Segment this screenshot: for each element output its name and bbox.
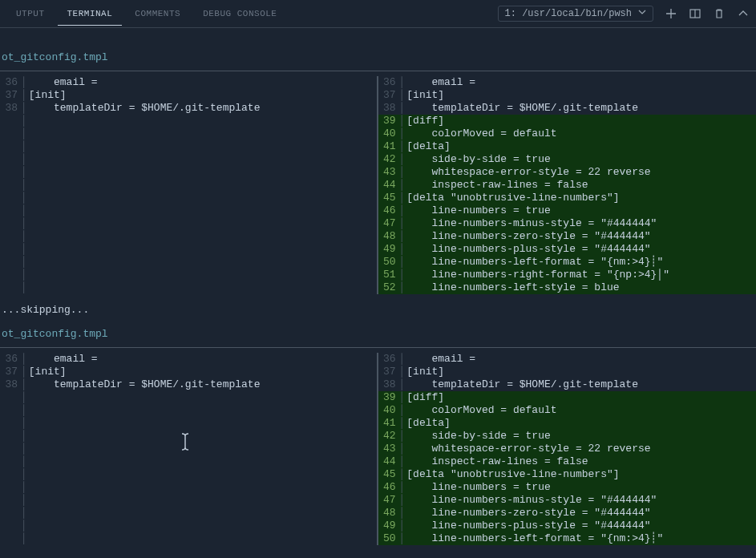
code-line: 40│ colorMoved = default: [378, 127, 757, 140]
gutter-separator: │: [399, 353, 407, 366]
terminal-selector-dropdown[interactable]: 1: /usr/local/bin/pwsh: [498, 6, 653, 22]
line-number: 49: [378, 520, 399, 532]
gutter-separator: │: [399, 204, 407, 217]
code-text: [delta "unobtrusive-line-numbers"]: [406, 192, 756, 204]
gutter-separator: │: [399, 481, 407, 494]
code-text: line-numbers-minus-style = "#444444": [406, 217, 756, 230]
gutter-separator: │: [399, 520, 407, 532]
code-text: whitespace-error-style = 22 reverse: [406, 443, 756, 455]
gutter-separator: │: [399, 256, 407, 269]
diff-pane-left: 36│ email =37│[init]38│ templateDir = $H…: [0, 353, 378, 545]
gutter-separator: │: [399, 230, 407, 243]
code-text: line-numbers-zero-style = "#444444": [406, 230, 756, 243]
panel-tabs-right: 1: /usr/local/bin/pwsh: [498, 6, 750, 22]
new-terminal-button[interactable]: [665, 7, 677, 20]
gutter-separator: │: [399, 217, 407, 230]
empty-line: │: [0, 481, 377, 494]
divider: [0, 71, 756, 71]
gutter-separator: │: [399, 281, 407, 294]
line-number: 36: [0, 76, 21, 89]
maximize-panel-button[interactable]: [737, 7, 750, 20]
tab-output[interactable]: UTPUT: [6, 2, 55, 26]
gutter-separator: │: [399, 166, 407, 179]
terminal-selector-label: 1: /usr/local/bin/pwsh: [505, 8, 632, 19]
code-line: 36│ email =: [378, 353, 757, 366]
code-line: 40│ colorMoved = default: [378, 404, 757, 417]
code-text: whitespace-error-style = 22 reverse: [406, 166, 756, 179]
code-text: email =: [29, 353, 377, 366]
tab-debug-console[interactable]: DEBUG CONSOLE: [193, 2, 286, 26]
line-number: 36: [378, 353, 399, 366]
empty-line: │: [0, 417, 377, 430]
empty-line: │: [0, 391, 377, 404]
tab-terminal[interactable]: TERMINAL: [58, 2, 123, 26]
split-terminal-button[interactable]: [689, 7, 701, 20]
code-text: [diff]: [406, 115, 756, 127]
line-number: 50: [378, 532, 399, 545]
diff-pane-right: 36│ email =37│[init]38│ templateDir = $H…: [378, 76, 757, 294]
empty-line: │: [0, 520, 377, 532]
gutter-separator: │: [21, 76, 29, 89]
gutter-separator: │: [21, 353, 29, 366]
code-line: 48│ line-numbers-zero-style = "#444444": [378, 230, 757, 243]
gutter-separator: │: [21, 89, 29, 102]
code-text: [init]: [29, 89, 377, 102]
empty-line: │: [0, 256, 377, 269]
code-line: 47│ line-numbers-minus-style = "#444444": [378, 494, 757, 507]
gutter-separator: │: [399, 455, 407, 468]
code-line: 36│ email =: [0, 76, 377, 89]
code-line: 45│[delta "unobtrusive-line-numbers"]: [378, 468, 757, 481]
gutter-separator: │: [399, 468, 407, 481]
code-line: 36│ email =: [378, 76, 757, 89]
gutter-separator: │: [399, 115, 407, 127]
terminal-output[interactable]: ot_gitconfig.tmpl 36│ email =37│[init]38…: [0, 28, 756, 545]
gutter-separator: │: [399, 243, 407, 256]
code-text: inspect-raw-lines = false: [406, 179, 756, 192]
code-text: line-numbers = true: [406, 204, 756, 217]
line-number: 39: [378, 391, 399, 404]
pager-skipping-text: ...skipping...: [0, 294, 756, 326]
line-number: 42: [378, 153, 399, 166]
code-line: 37│[init]: [378, 89, 757, 102]
line-number: 43: [378, 443, 399, 455]
code-text: [diff]: [406, 391, 756, 404]
diff-file-header: ot_gitconfig.tmpl: [0, 49, 756, 66]
empty-line: │: [0, 507, 377, 520]
empty-line: │: [0, 281, 377, 294]
line-number: 44: [378, 179, 399, 192]
code-line: 49│ line-numbers-plus-style = "#444444": [378, 520, 757, 532]
line-number: 40: [378, 127, 399, 140]
line-number: 46: [378, 481, 399, 494]
kill-terminal-button[interactable]: [713, 7, 726, 20]
line-number: 49: [378, 243, 399, 256]
line-number: 48: [378, 507, 399, 520]
line-number: 47: [378, 494, 399, 507]
code-text: [delta "unobtrusive-line-numbers"]: [406, 468, 756, 481]
empty-line: │: [0, 115, 377, 127]
code-text: templateDir = $HOME/.git-template: [406, 378, 756, 391]
empty-line: │: [0, 140, 377, 153]
gutter-separator: │: [399, 404, 407, 417]
gutter-separator: │: [399, 153, 407, 166]
gutter-separator: │: [399, 391, 407, 404]
tab-comments[interactable]: COMMENTS: [125, 2, 190, 26]
code-line: 39│[diff]: [378, 115, 757, 127]
empty-line: │: [0, 217, 377, 230]
empty-line: │: [0, 269, 377, 281]
code-text: templateDir = $HOME/.git-template: [29, 102, 377, 115]
code-text: line-numbers-plus-style = "#444444": [406, 520, 756, 532]
gutter-separator: │: [399, 140, 407, 153]
empty-line: │: [0, 179, 377, 192]
code-line: 46│ line-numbers = true: [378, 204, 757, 217]
line-number: 47: [378, 217, 399, 230]
panel-tabs-bar: UTPUT TERMINAL COMMENTS DEBUG CONSOLE 1:…: [0, 0, 756, 28]
line-number: 38: [378, 102, 399, 115]
empty-line: │: [0, 430, 377, 443]
empty-line: │: [0, 153, 377, 166]
code-text: line-numbers = true: [406, 481, 756, 494]
code-line: 52│ line-numbers-left-style = blue: [378, 281, 757, 294]
diff-file-header: ot_gitconfig.tmpl: [0, 326, 756, 342]
empty-line: │: [0, 192, 377, 204]
code-text: [delta]: [406, 140, 756, 153]
gutter-separator: │: [399, 89, 407, 102]
